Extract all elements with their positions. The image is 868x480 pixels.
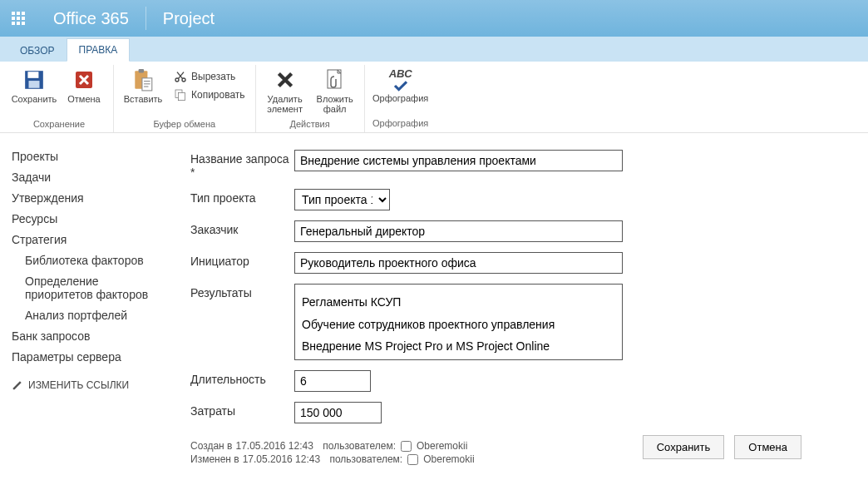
- form-save-button[interactable]: Сохранить: [643, 435, 725, 459]
- sidebar: Проекты Задачи Утверждения Ресурсы Страт…: [12, 150, 174, 467]
- delete-label: Удалить элемент: [267, 94, 303, 114]
- svg-rect-5: [139, 69, 144, 72]
- copy-button[interactable]: Копировать: [170, 87, 249, 103]
- created-by-label: пользователем:: [323, 440, 396, 452]
- group-actions-label: Действия: [290, 119, 330, 131]
- sidebar-item-server-params[interactable]: Параметры сервера: [12, 350, 165, 364]
- copy-icon: [174, 88, 187, 101]
- ribbon-group-spelling: АВС Орфография Орфография: [365, 65, 436, 132]
- edit-links-button[interactable]: ИЗМЕНИТЬ ССЫЛКИ: [12, 379, 165, 391]
- sidebar-item-factors-library[interactable]: Библиотека факторов: [12, 254, 165, 267]
- initiator-input[interactable]: [294, 252, 623, 274]
- paste-icon: [131, 68, 155, 92]
- created-prefix: Создан в: [190, 440, 232, 452]
- pencil-icon: [12, 379, 23, 391]
- cut-button[interactable]: Вырезать: [170, 68, 249, 85]
- sidebar-item-requests[interactable]: Банк запросов: [12, 329, 165, 343]
- attach-icon: [323, 68, 347, 92]
- project-type-select[interactable]: Тип проекта 1: [294, 189, 390, 210]
- results-textarea[interactable]: [294, 284, 623, 360]
- tab-edit[interactable]: ПРАВКА: [67, 38, 131, 62]
- svg-rect-2: [29, 81, 40, 88]
- svg-rect-13: [178, 92, 185, 100]
- cut-label: Вырезать: [191, 71, 235, 82]
- duration-input[interactable]: [294, 370, 371, 392]
- paste-button[interactable]: Вставить: [121, 68, 165, 114]
- initiator-label: Инициатор: [190, 252, 294, 268]
- sidebar-item-priorities[interactable]: Определение приоритетов факторов: [12, 275, 165, 301]
- delete-icon: [274, 68, 297, 92]
- duration-label: Длительность: [190, 370, 294, 386]
- customer-input[interactable]: [294, 220, 623, 242]
- tab-overview[interactable]: ОБЗОР: [8, 40, 67, 62]
- paste-label: Вставить: [124, 94, 163, 114]
- app-launcher-button[interactable]: [0, 0, 37, 37]
- spelling-button[interactable]: АВС Орфография: [372, 68, 430, 113]
- group-clipboard-label: Буфер обмена: [153, 119, 215, 131]
- app-name-label: Project: [146, 9, 231, 28]
- spelling-abc: АВС: [389, 68, 412, 80]
- sidebar-item-resources[interactable]: Ресурсы: [12, 212, 165, 225]
- delete-element-button[interactable]: Удалить элемент: [263, 68, 308, 114]
- spelling-label: Орфография: [372, 93, 428, 113]
- svg-rect-7: [144, 81, 150, 82]
- form-cancel-button[interactable]: Отмена: [734, 435, 801, 459]
- meta-info: Создан в 17.05.2016 12:43 пользователем:…: [190, 440, 643, 465]
- sidebar-item-strategy[interactable]: Стратегия: [12, 233, 165, 246]
- check-icon: [392, 80, 409, 93]
- svg-rect-8: [144, 83, 150, 84]
- created-date: 17.05.2016 12:43: [235, 440, 313, 452]
- sidebar-item-approvals[interactable]: Утверждения: [12, 191, 165, 205]
- cancel-button[interactable]: Отмена: [62, 68, 106, 114]
- ribbon-group-actions: Удалить элемент Вложить файл Действия: [256, 65, 365, 132]
- modified-prefix: Изменен в: [190, 453, 239, 465]
- form: Название запроса Тип проекта Тип проекта…: [174, 150, 860, 467]
- modified-user-checkbox[interactable]: [407, 454, 418, 465]
- waffle-icon: [12, 12, 25, 25]
- request-name-label: Название запроса: [190, 150, 294, 179]
- cancel-label: Отмена: [67, 94, 100, 114]
- sidebar-item-projects[interactable]: Проекты: [12, 150, 165, 163]
- cost-input[interactable]: [294, 402, 382, 423]
- created-user: Oberemokii: [417, 440, 467, 452]
- app-header: Office 365 Project: [0, 0, 868, 37]
- cost-label: Затраты: [190, 402, 294, 418]
- created-user-checkbox[interactable]: [401, 441, 412, 452]
- modified-date: 17.05.2016 12:43: [243, 453, 320, 465]
- save-label: Сохранить: [12, 94, 57, 114]
- svg-rect-1: [27, 72, 38, 78]
- scissors-icon: [174, 70, 187, 83]
- customer-label: Заказчик: [190, 220, 294, 236]
- ribbon-group-save: Сохранить Отмена Сохранение: [5, 65, 114, 132]
- project-type-label: Тип проекта: [190, 189, 294, 205]
- page-body: Проекты Задачи Утверждения Ресурсы Страт…: [0, 133, 868, 475]
- ribbon-tabs: ОБЗОР ПРАВКА: [0, 37, 868, 62]
- save-icon: [22, 68, 46, 92]
- results-label: Результаты: [190, 284, 294, 299]
- ribbon: Сохранить Отмена Сохранение Вставить: [0, 62, 868, 133]
- copy-label: Копировать: [191, 89, 245, 101]
- ribbon-group-clipboard: Вставить Вырезать Копировать Буфер обмен…: [114, 65, 256, 132]
- brand-label: Office 365: [37, 9, 145, 28]
- group-spelling-label: Орфография: [372, 118, 428, 130]
- group-save-label: Сохранение: [33, 119, 85, 131]
- save-button[interactable]: Сохранить: [12, 68, 57, 114]
- cancel-icon: [72, 68, 96, 92]
- attach-label: Вложить файл: [317, 94, 353, 114]
- sidebar-item-portfolio[interactable]: Анализ портфелей: [12, 309, 165, 322]
- edit-links-label: ИЗМЕНИТЬ ССЫЛКИ: [28, 379, 129, 391]
- sidebar-item-tasks[interactable]: Задачи: [12, 171, 165, 184]
- modified-user: Oberemokii: [423, 453, 474, 465]
- svg-rect-9: [144, 87, 148, 87]
- modified-by-label: пользователем:: [329, 453, 402, 465]
- request-name-input[interactable]: [294, 150, 623, 171]
- attach-file-button[interactable]: Вложить файл: [313, 68, 358, 114]
